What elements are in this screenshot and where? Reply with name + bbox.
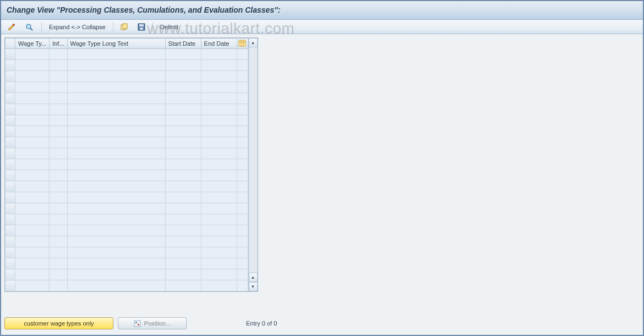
grid-cell[interactable]	[50, 82, 67, 93]
grid-cell[interactable]	[237, 60, 248, 71]
grid-cell[interactable]	[50, 236, 67, 247]
grid-cell[interactable]	[201, 148, 237, 159]
grid-cell[interactable]	[201, 71, 237, 82]
row-selector-cell[interactable]	[6, 269, 15, 280]
position-button[interactable]: Position...	[118, 317, 187, 329]
grid-cell[interactable]	[165, 49, 201, 60]
grid-cell[interactable]	[237, 148, 248, 159]
grid-cell[interactable]	[201, 214, 237, 225]
row-selector-cell[interactable]	[6, 104, 15, 115]
grid-cell[interactable]	[237, 203, 248, 214]
grid-cell[interactable]	[201, 60, 237, 71]
grid-cell[interactable]	[50, 60, 67, 71]
row-selector-cell[interactable]	[6, 258, 15, 269]
grid-cell[interactable]	[165, 225, 201, 236]
grid-cell[interactable]	[50, 258, 67, 269]
save-variant-button[interactable]	[134, 21, 149, 32]
table-row[interactable]	[6, 159, 248, 170]
grid-cell[interactable]	[67, 192, 165, 203]
grid-cell[interactable]	[15, 258, 50, 269]
grid-cell[interactable]	[15, 269, 50, 280]
grid-cell[interactable]	[67, 170, 165, 181]
grid-cell[interactable]	[165, 115, 201, 126]
grid-cell[interactable]	[67, 203, 165, 214]
row-selector-cell[interactable]	[6, 71, 15, 82]
grid-cell[interactable]	[67, 225, 165, 236]
grid-cell[interactable]	[237, 137, 248, 148]
grid-cell[interactable]	[201, 258, 237, 269]
grid-cell[interactable]	[237, 104, 248, 115]
grid-cell[interactable]	[165, 60, 201, 71]
col-header-start-date[interactable]: Start Date	[165, 39, 201, 49]
grid-cell[interactable]	[50, 170, 67, 181]
row-selector-cell[interactable]	[6, 170, 15, 181]
grid-cell[interactable]	[67, 93, 165, 104]
grid-cell[interactable]	[237, 126, 248, 137]
grid-cell[interactable]	[15, 126, 50, 137]
grid-cell[interactable]	[165, 247, 201, 258]
grid-cell[interactable]	[50, 192, 67, 203]
table-row[interactable]	[6, 115, 248, 126]
grid-cell[interactable]	[50, 49, 67, 60]
table-row[interactable]	[6, 60, 248, 71]
row-selector-cell[interactable]	[6, 126, 15, 137]
grid-cell[interactable]	[50, 280, 67, 291]
grid-cell[interactable]	[201, 203, 237, 214]
table-row[interactable]	[6, 225, 248, 236]
grid-cell[interactable]	[165, 170, 201, 181]
grid-cell[interactable]	[201, 159, 237, 170]
table-row[interactable]	[6, 49, 248, 60]
col-header-inf[interactable]: Inf...	[50, 39, 67, 49]
grid-cell[interactable]	[50, 93, 67, 104]
grid-cell[interactable]	[165, 93, 201, 104]
grid-cell[interactable]	[165, 236, 201, 247]
grid-cell[interactable]	[50, 137, 67, 148]
grid-cell[interactable]	[15, 148, 50, 159]
scroll-track[interactable]	[249, 47, 258, 273]
row-selector-header[interactable]	[6, 39, 15, 49]
table-row[interactable]	[6, 71, 248, 82]
grid-cell[interactable]	[67, 71, 165, 82]
grid-cell[interactable]	[67, 137, 165, 148]
grid-cell[interactable]	[201, 181, 237, 192]
grid-cell[interactable]	[201, 269, 237, 280]
copy-button[interactable]	[117, 21, 132, 32]
table-row[interactable]	[6, 148, 248, 159]
grid-cell[interactable]	[165, 148, 201, 159]
row-selector-cell[interactable]	[6, 192, 15, 203]
row-selector-cell[interactable]	[6, 214, 15, 225]
grid-cell[interactable]	[165, 192, 201, 203]
col-header-end-date[interactable]: End Date	[201, 39, 237, 49]
grid-cell[interactable]	[67, 104, 165, 115]
grid-cell[interactable]	[165, 126, 201, 137]
grid-cell[interactable]	[237, 115, 248, 126]
grid-cell[interactable]	[15, 60, 50, 71]
col-config-button[interactable]	[237, 39, 248, 49]
grid-cell[interactable]	[67, 258, 165, 269]
grid-cell[interactable]	[237, 159, 248, 170]
scroll-up-button[interactable]: ▲	[249, 38, 258, 47]
row-selector-cell[interactable]	[6, 82, 15, 93]
grid-cell[interactable]	[50, 115, 67, 126]
row-selector-cell[interactable]	[6, 225, 15, 236]
row-selector-cell[interactable]	[6, 247, 15, 258]
grid-cell[interactable]	[50, 148, 67, 159]
grid-cell[interactable]	[201, 137, 237, 148]
grid-cell[interactable]	[67, 236, 165, 247]
grid-cell[interactable]	[237, 247, 248, 258]
data-grid[interactable]: Wage Ty... Inf... Wage Type Long Text St…	[5, 38, 248, 291]
table-row[interactable]	[6, 181, 248, 192]
grid-cell[interactable]	[15, 82, 50, 93]
grid-cell[interactable]	[15, 203, 50, 214]
table-row[interactable]	[6, 170, 248, 181]
grid-cell[interactable]	[165, 280, 201, 291]
grid-cell[interactable]	[237, 49, 248, 60]
grid-cell[interactable]	[165, 203, 201, 214]
grid-cell[interactable]	[201, 49, 237, 60]
grid-cell[interactable]	[50, 126, 67, 137]
grid-cell[interactable]	[15, 49, 50, 60]
grid-cell[interactable]	[67, 280, 165, 291]
grid-cell[interactable]	[237, 214, 248, 225]
col-header-long-text[interactable]: Wage Type Long Text	[67, 39, 165, 49]
grid-cell[interactable]	[67, 49, 165, 60]
